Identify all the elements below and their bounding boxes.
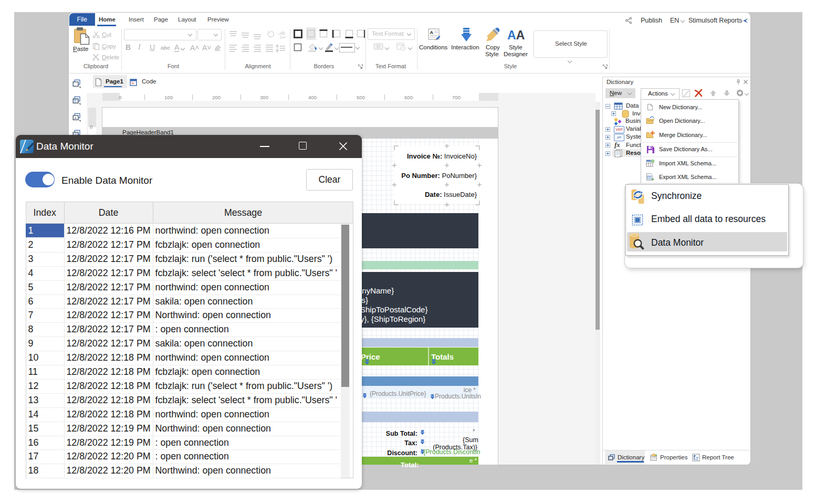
svg-text:A: A [430,30,434,35]
svg-text:A: A [75,117,77,120]
svg-text:c↵: c↵ [280,35,286,40]
